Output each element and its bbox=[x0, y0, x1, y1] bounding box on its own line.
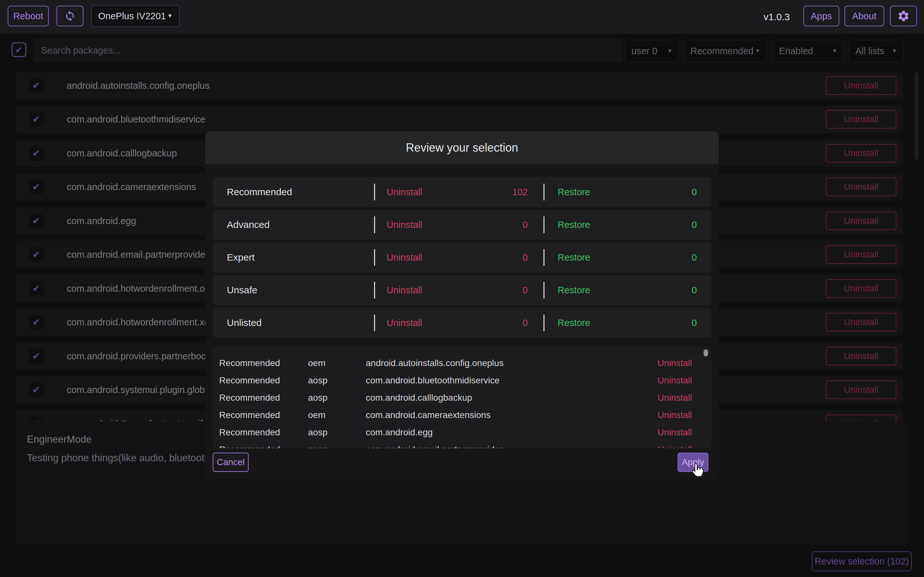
row-category: Recommended bbox=[219, 389, 280, 406]
divider bbox=[374, 216, 375, 233]
row-action: Uninstall bbox=[658, 441, 692, 448]
modal-package-row: Recommended oem com.android.cameraextens… bbox=[213, 406, 711, 424]
row-category: Recommended bbox=[219, 441, 280, 448]
divider bbox=[374, 249, 375, 266]
modal-package-row: Recommended aosp com.android.egg Uninsta… bbox=[213, 424, 711, 441]
divider bbox=[374, 314, 375, 331]
refresh-button[interactable] bbox=[57, 6, 83, 26]
device-select[interactable]: OnePlus IV2201 ▼ bbox=[91, 5, 180, 27]
row-package: com.android.bluetoothmidiservice bbox=[366, 372, 499, 389]
category-summary-row: Advanced Uninstall 0 Restore 0 bbox=[213, 210, 711, 240]
restore-count: 0 bbox=[557, 275, 697, 305]
row-source: oem bbox=[308, 406, 325, 424]
divider bbox=[374, 282, 375, 298]
modal-header: Review your selection bbox=[205, 131, 719, 164]
uninstall-count: 102 bbox=[387, 177, 528, 207]
category-name: Unsafe bbox=[227, 275, 257, 305]
row-source: aosp bbox=[308, 424, 328, 441]
row-source: aosp bbox=[308, 389, 328, 406]
divider bbox=[543, 314, 544, 331]
row-package: com.android.calllogbackup bbox=[366, 389, 472, 406]
cancel-button[interactable]: Cancel bbox=[213, 453, 249, 472]
category-summary-row: Expert Uninstall 0 Restore 0 bbox=[213, 242, 711, 272]
row-package: com.android.egg bbox=[366, 424, 433, 441]
category-name: Unlisted bbox=[227, 308, 262, 338]
reboot-button[interactable]: Reboot bbox=[8, 6, 49, 26]
row-package: com.android.cameraextensions bbox=[366, 406, 491, 424]
row-action: Uninstall bbox=[658, 424, 692, 441]
row-package: com.android.email.partnerprovider bbox=[366, 441, 502, 448]
device-select-value: OnePlus IV2201 bbox=[98, 11, 166, 21]
row-package: android.autoinstalls.config.oneplus bbox=[366, 355, 504, 372]
category-name: Advanced bbox=[227, 210, 270, 240]
top-toolbar: Reboot OnePlus IV2201 ▼ v1.0.3 Apps Abou… bbox=[0, 0, 924, 34]
row-category: Recommended bbox=[219, 355, 280, 372]
uninstall-count: 0 bbox=[387, 242, 528, 272]
divider bbox=[374, 184, 375, 200]
row-source: aosp bbox=[308, 441, 328, 448]
row-category: Recommended bbox=[219, 372, 280, 389]
modal-scrollbar-thumb[interactable] bbox=[704, 350, 708, 356]
row-action: Uninstall bbox=[658, 372, 692, 389]
apps-button[interactable]: Apps bbox=[803, 6, 839, 26]
settings-button[interactable] bbox=[890, 6, 917, 26]
category-summary-row: Unlisted Uninstall 0 Restore 0 bbox=[213, 308, 711, 338]
uninstall-count: 0 bbox=[387, 210, 528, 240]
category-name: Recommended bbox=[227, 177, 292, 207]
version-label: v1.0.3 bbox=[764, 0, 790, 34]
restore-count: 0 bbox=[557, 308, 697, 338]
category-summary-row: Recommended Uninstall 102 Restore 0 bbox=[213, 177, 711, 207]
mouse-cursor-pointer bbox=[690, 462, 705, 481]
about-button[interactable]: About bbox=[845, 6, 884, 26]
gear-icon bbox=[897, 10, 910, 23]
row-category: Recommended bbox=[219, 406, 280, 424]
divider bbox=[543, 282, 544, 298]
modal-package-row: Recommended aosp com.android.email.partn… bbox=[213, 441, 711, 448]
modal-package-table[interactable]: Recommended oem android.autoinstalls.con… bbox=[213, 347, 711, 448]
restore-count: 0 bbox=[557, 177, 697, 207]
row-action: Uninstall bbox=[658, 389, 692, 406]
modal-package-row: Recommended oem android.autoinstalls.con… bbox=[213, 355, 711, 372]
row-action: Uninstall bbox=[658, 406, 692, 424]
modal-package-row: Recommended aosp com.android.bluetoothmi… bbox=[213, 372, 711, 389]
row-action: Uninstall bbox=[658, 355, 692, 372]
category-summary-row: Unsafe Uninstall 0 Restore 0 bbox=[213, 275, 711, 305]
row-category: Recommended bbox=[219, 424, 280, 441]
row-source: aosp bbox=[308, 372, 328, 389]
modal-title: Review your selection bbox=[406, 141, 518, 155]
divider bbox=[543, 249, 544, 266]
review-selection-modal: Review your selection Recommended Uninst… bbox=[205, 131, 719, 479]
refresh-icon bbox=[64, 10, 76, 22]
uninstall-count: 0 bbox=[387, 275, 528, 305]
restore-count: 0 bbox=[557, 210, 697, 240]
chevron-down-icon: ▼ bbox=[167, 13, 173, 19]
restore-count: 0 bbox=[557, 242, 697, 272]
modal-package-row: Recommended aosp com.android.calllogback… bbox=[213, 389, 711, 406]
uninstall-count: 0 bbox=[387, 308, 528, 338]
row-source: oem bbox=[308, 355, 325, 372]
divider bbox=[543, 216, 544, 233]
divider bbox=[543, 184, 544, 200]
app-window: Reboot OnePlus IV2201 ▼ v1.0.3 Apps Abou… bbox=[0, 0, 924, 577]
category-name: Expert bbox=[227, 242, 255, 272]
